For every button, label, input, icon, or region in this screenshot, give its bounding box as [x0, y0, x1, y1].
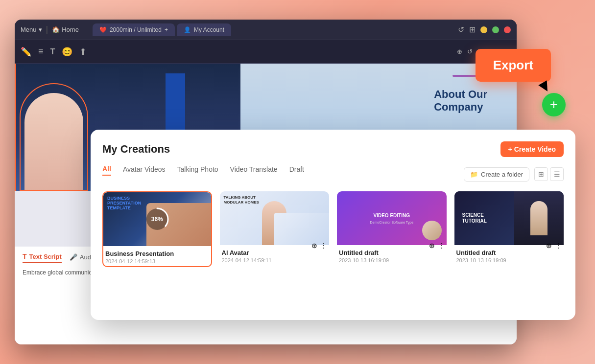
refresh-icon[interactable]: ↺ [458, 25, 464, 34]
video-name-science: Untitled draft [456, 249, 562, 256]
more-action-icon[interactable]: ⋮ [320, 242, 327, 250]
minimize-button[interactable] [480, 26, 487, 33]
create-folder-label: Create a folder [481, 171, 523, 178]
thumb-editing-sub: DemoCreator Software Type [370, 221, 413, 224]
maximize-button[interactable] [492, 26, 499, 33]
card-actions-avatar: ⊕ ⋮ [311, 242, 327, 250]
thumb-business-text: BUSINESSPRESENTATIONTEMPLATE [107, 196, 141, 211]
close-button[interactable] [504, 26, 511, 33]
thumbnail-business: BUSINESSPRESENTATIONTEMPLATE 36% [103, 192, 211, 246]
video-date-science: 2023-10-13 16:19:09 [456, 257, 562, 263]
video-info-business: Business Presentation 2024-04-12 14:59:1… [103, 246, 211, 266]
thumbnail-science: SCIENCETUTORIAL [454, 191, 564, 245]
copy-icon[interactable]: ⊕ [457, 48, 462, 55]
view-toggle: ⊞ ☰ [534, 167, 564, 181]
filter-tab-avatar-videos[interactable]: Avatar Videos [123, 165, 166, 175]
grid-view-button[interactable]: ⊞ [534, 167, 548, 181]
card-actions-science: ⊕ ⋮ [546, 242, 562, 250]
thumb-house [274, 213, 329, 245]
video-name-editing: Untitled draft [339, 249, 445, 256]
menu-label: Menu [21, 26, 37, 33]
filter-tabs: All Avatar Videos Talking Photo Video Tr… [102, 165, 304, 176]
science-person-figure [530, 201, 547, 235]
filter-tab-talking-photo[interactable]: Talking Photo [177, 165, 218, 175]
thumb-editing-portrait [422, 221, 442, 240]
emoji-icon[interactable]: 😊 [62, 46, 72, 57]
home-icon: 🏠 [52, 26, 60, 33]
credits-plus: + [165, 26, 168, 33]
thumbnail-avatar: TALKING ABOUTMODULAR HOMES [220, 191, 330, 245]
separator: | [46, 24, 48, 35]
video-name-avatar: Al Avatar [222, 249, 328, 256]
menu-chevron: ▾ [39, 26, 42, 33]
slide-heading: About Our Company [434, 88, 487, 114]
thumb-editing-title: VIDEO EDITING [374, 213, 410, 219]
copy-action-icon-editing[interactable]: ⊕ [429, 242, 435, 250]
copy-action-icon-science[interactable]: ⊕ [546, 242, 552, 250]
video-date-business: 2024-04-12 14:59:13 [105, 258, 209, 264]
text-script-label: Text Script [29, 253, 62, 260]
slide-text: About Our Company [434, 88, 487, 114]
home-label: Home [62, 26, 79, 33]
filter-tab-video-translate[interactable]: Video Translate [230, 165, 278, 175]
modal-title: My Creations [102, 143, 170, 156]
video-card-science[interactable]: SCIENCETUTORIAL Untitled draft 2023-10-1… [454, 191, 564, 267]
edit-icon[interactable]: ✏️ [21, 46, 31, 57]
more-action-icon-editing[interactable]: ⋮ [438, 242, 445, 250]
video-date-avatar: 2024-04-12 14:59:11 [222, 257, 328, 263]
slide-heading-line1: About Our [434, 88, 487, 101]
toolbar-tools: ✏️ ≡ T 😊 ⬆ [21, 46, 87, 57]
tab-text-script[interactable]: T Text Script [23, 252, 62, 263]
undo-icon[interactable]: ↺ [467, 48, 473, 55]
main-toolbar: ✏️ ≡ T 😊 ⬆ ⊕ ↺ ↻ 00:00 ? [15, 40, 517, 64]
card-actions-editing: ⊕ ⋮ [429, 242, 445, 250]
video-grid: BUSINESSPRESENTATIONTEMPLATE 36% Busines… [102, 191, 564, 267]
filter-actions: 📁 Create a folder ⊞ ☰ [464, 167, 564, 182]
text-icon[interactable]: T [50, 47, 55, 56]
text-script-icon: T [23, 252, 27, 260]
thumb-science-person [514, 191, 564, 245]
credits-label: 2000min / Unlimited [110, 26, 162, 33]
window-actions: ↺ ⊞ [458, 25, 511, 34]
tab-account[interactable]: 👤 My Account [177, 23, 231, 36]
slide-heading-line2: Company [434, 101, 487, 114]
export-button[interactable]: Export [476, 49, 551, 82]
thumbnail-editing: VIDEO EDITING DemoCreator Software Type [337, 191, 447, 245]
grid-icon[interactable]: ⊞ [469, 25, 476, 34]
progress-text: 36% [151, 216, 163, 223]
video-card-avatar[interactable]: TALKING ABOUTMODULAR HOMES Al Avatar 202… [220, 191, 330, 267]
video-date-editing: 2023-10-13 16:19:09 [339, 257, 445, 263]
layers-icon[interactable]: ≡ [38, 46, 44, 57]
folder-icon: 📁 [470, 171, 478, 178]
modal-header: My Creations + Create Video [102, 141, 564, 157]
audio-script-icon: 🎤 [70, 253, 77, 261]
account-icon: 👤 [184, 26, 191, 33]
slide-border-left [15, 64, 16, 191]
menu-button[interactable]: Menu ▾ [21, 26, 42, 33]
thumb-science-title: SCIENCETUTORIAL [458, 208, 491, 228]
upload-icon[interactable]: ⬆ [79, 46, 87, 57]
video-card-business[interactable]: BUSINESSPRESENTATIONTEMPLATE 36% Busines… [102, 191, 212, 267]
list-view-button[interactable]: ☰ [550, 167, 564, 181]
copy-action-icon[interactable]: ⊕ [311, 242, 317, 250]
my-creations-modal: My Creations + Create Video All Avatar V… [91, 130, 575, 320]
home-button[interactable]: 🏠 Home [52, 26, 79, 33]
tab-credits[interactable]: ❤️ 2000min / Unlimited + [93, 23, 175, 36]
credits-icon: ❤️ [99, 26, 107, 33]
video-name-business: Business Presentation [105, 250, 209, 257]
filter-tab-all[interactable]: All [102, 165, 111, 176]
account-label: My Account [194, 26, 224, 33]
progress-overlay: 36% [144, 206, 170, 232]
title-bar: Menu ▾ | 🏠 Home ❤️ 2000min / Unlimited +… [15, 20, 517, 40]
create-folder-button[interactable]: 📁 Create a folder [464, 167, 529, 182]
thumb-avatar-text: TALKING ABOUTMODULAR HOMES [224, 195, 259, 205]
tab-group: ❤️ 2000min / Unlimited + 👤 My Account [93, 23, 231, 36]
cursor-arrow [538, 80, 551, 93]
filter-tab-draft[interactable]: Draft [289, 165, 304, 175]
create-video-button[interactable]: + Create Video [500, 141, 564, 157]
video-card-editing[interactable]: VIDEO EDITING DemoCreator Software Type … [337, 191, 447, 267]
more-action-icon-science[interactable]: ⋮ [555, 242, 562, 250]
avatar-outline [20, 83, 88, 191]
add-new-button[interactable]: + [542, 93, 566, 116]
